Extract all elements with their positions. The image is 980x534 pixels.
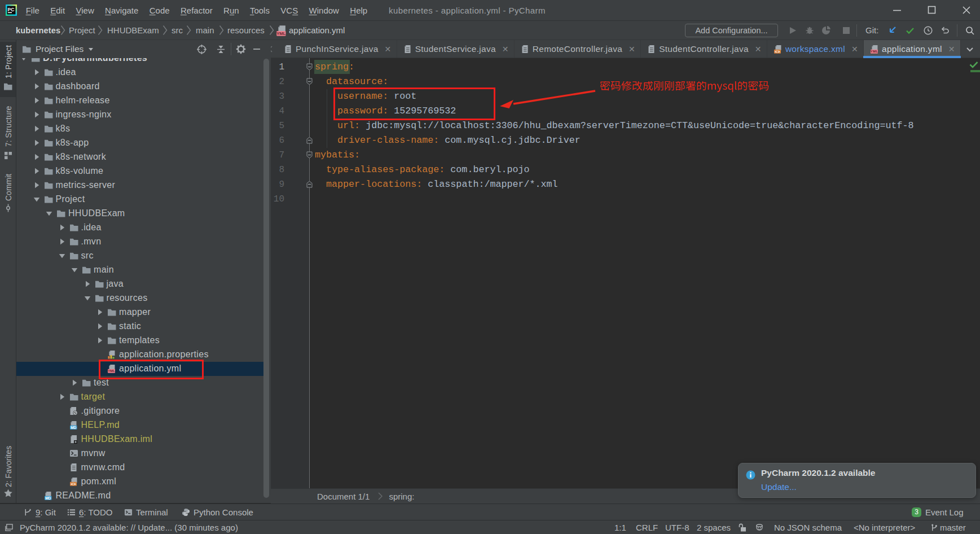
svg-text:PC: PC [8,7,15,12]
